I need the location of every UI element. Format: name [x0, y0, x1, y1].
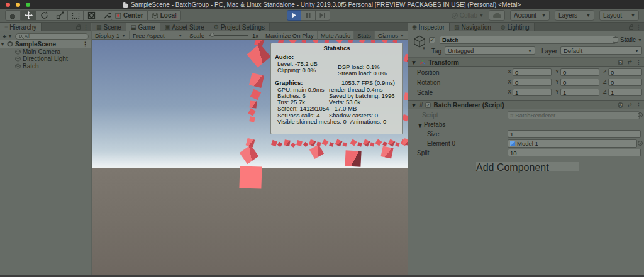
stat-line: Visible skinned meshes: 0Animations: 0	[277, 119, 400, 125]
component-menu-icon[interactable]: ⋮	[636, 60, 641, 65]
help-icon[interactable]: ?	[618, 60, 623, 65]
stats-toggle[interactable]: Stats	[353, 31, 374, 40]
scale-slider[interactable]: Scale 1x	[186, 31, 262, 40]
game-cube	[309, 144, 324, 159]
layout-dropdown[interactable]: Layout▼	[599, 10, 639, 21]
axis-y-label: Y	[555, 68, 559, 75]
scale-slider-knob[interactable]	[210, 33, 214, 37]
size-input[interactable]	[508, 130, 641, 138]
object-picker-icon[interactable]	[638, 112, 643, 117]
collab-check-icon	[452, 13, 458, 19]
game-cube	[402, 138, 408, 146]
tab-label: Navigation	[462, 24, 491, 31]
component-enabled-checkbox[interactable]: ✓	[425, 102, 431, 108]
foldout-icon[interactable]: ▼	[0, 42, 5, 46]
tab-asset-store[interactable]: ▣Asset Store	[160, 23, 209, 31]
add-component-button[interactable]: Add Component	[476, 162, 579, 171]
tab-game[interactable]: ⬓Game	[126, 23, 160, 31]
document-icon	[123, 2, 128, 8]
panel-menu-icon[interactable]: ⋮	[636, 24, 641, 30]
gizmos-dropdown[interactable]: Gizmos▼	[374, 31, 408, 40]
tab-inspector[interactable]: ◉Inspector	[408, 23, 450, 31]
chevron-down-icon[interactable]: ▼	[638, 38, 642, 42]
position-x-input[interactable]	[513, 68, 552, 76]
tab-project-settings[interactable]: ⚙Project Settings	[209, 23, 270, 31]
move-tool-button[interactable]	[21, 10, 36, 21]
play-button[interactable]	[287, 10, 301, 21]
foldout-icon[interactable]: ▼	[411, 59, 417, 66]
aspect-dropdown[interactable]: Free Aspect▼	[130, 31, 186, 40]
game-cube	[248, 108, 255, 116]
panel-menu-icon[interactable]: ⋮	[83, 24, 89, 30]
hierarchy-scene-row[interactable]: ▼ SampleScene ⋮	[0, 40, 91, 48]
hand-tool-button[interactable]	[5, 10, 21, 21]
batch-renderer-component-header[interactable]: ▼ # ✓ Batch Renderer (Script) ? ⇄ ⋮	[408, 100, 644, 109]
game-viewport[interactable]: Statistics Audio: Level: -75.2 dB Clippi…	[92, 40, 408, 277]
scale-tool-button[interactable]	[52, 10, 68, 21]
hierarchy-search-input[interactable]: All	[15, 33, 89, 40]
lock-icon[interactable]	[629, 26, 633, 30]
create-object-button[interactable]: +	[3, 33, 6, 40]
tag-dropdown[interactable]: Untagged▼	[445, 46, 535, 55]
maximize-on-play-toggle[interactable]: Maximize On Play	[262, 31, 317, 40]
scene-menu-icon[interactable]: ⋮	[82, 41, 88, 47]
rotation-z-input[interactable]	[608, 79, 642, 86]
step-button[interactable]	[316, 10, 330, 21]
object-picker-icon[interactable]	[638, 141, 643, 146]
gamepad-icon: ⬓	[131, 24, 136, 30]
position-z-input[interactable]	[608, 68, 642, 76]
component-menu-icon[interactable]: ⋮	[636, 102, 641, 108]
script-field[interactable]: # BatchRenderer	[508, 111, 640, 119]
foldout-icon[interactable]: ▼	[411, 102, 417, 109]
mute-audio-toggle[interactable]: Mute Audio	[317, 31, 354, 40]
element-object-field[interactable]: Model 1	[508, 139, 637, 148]
gameobject-icon	[15, 63, 21, 69]
cloud-icon	[493, 14, 501, 18]
collab-dropdown[interactable]: Collab ▼	[452, 12, 484, 19]
transform-tool-button[interactable]	[84, 10, 99, 21]
rect-tool-button[interactable]	[68, 10, 84, 21]
scale-y-input[interactable]	[560, 89, 599, 96]
hierarchy-item-main-camera[interactable]: Main Camera	[0, 48, 91, 56]
scale-z-input[interactable]	[608, 89, 642, 96]
tab-label: Game	[138, 24, 155, 31]
account-dropdown[interactable]: Account▼	[510, 10, 550, 21]
hierarchy-item-batch[interactable]: Batch	[0, 63, 91, 70]
scale-slider-track[interactable]	[209, 35, 248, 36]
layers-dropdown[interactable]: Layers▼	[555, 10, 594, 21]
tab-scene[interactable]: ▦Scene	[92, 23, 126, 31]
name-input[interactable]	[440, 36, 616, 44]
tab-navigation[interactable]: ▧Navigation	[450, 23, 496, 31]
chevron-down-icon: ▼	[400, 33, 404, 38]
static-checkbox[interactable]	[613, 37, 618, 43]
grid-snap-icon[interactable]	[167, 10, 182, 21]
position-y-input[interactable]	[560, 68, 599, 76]
inspector-panel: ▼ ✓ Static ▼ Tag Untagged▼ Layer Default…	[408, 31, 644, 277]
split-label: Split	[417, 149, 429, 156]
layer-value: Default	[564, 47, 582, 54]
active-checkbox[interactable]: ✓	[429, 37, 435, 43]
pivot-toggle-button[interactable]: Center	[111, 10, 148, 21]
pause-button[interactable]	[301, 10, 316, 21]
tab-hierarchy[interactable]: ≡ Hierarchy	[0, 23, 42, 31]
scale-x-input[interactable]	[513, 89, 552, 96]
prefabs-foldout-row[interactable]: ▼ Prefabs	[408, 120, 644, 130]
presets-icon[interactable]: ⇄	[627, 102, 632, 108]
presets-icon[interactable]: ⇄	[627, 59, 632, 65]
rotate-tool-button[interactable]	[36, 10, 52, 21]
help-icon[interactable]: ?	[618, 102, 623, 108]
cloud-services-button[interactable]	[489, 10, 505, 21]
foldout-icon[interactable]: ▼	[417, 122, 423, 129]
chevron-down-icon[interactable]: ▼	[8, 34, 12, 38]
lock-icon[interactable]	[76, 26, 80, 30]
transform-component-header[interactable]: ▼ Transform ? ⇄ ⋮	[408, 58, 644, 67]
tab-lighting[interactable]: ◍Lighting	[496, 23, 535, 31]
axis-x-label: X	[508, 89, 511, 95]
hierarchy-item-directional-light[interactable]: Directional Light	[0, 55, 91, 63]
display-dropdown[interactable]: Display 1▼	[92, 31, 130, 40]
window-title: SampleScene - BatchGroup - PC, Mac & Lin…	[131, 1, 521, 8]
split-input[interactable]	[508, 149, 641, 156]
rotation-x-input[interactable]	[513, 79, 552, 86]
rotation-y-input[interactable]	[560, 79, 599, 86]
layer-dropdown[interactable]: Default▼	[560, 46, 642, 55]
